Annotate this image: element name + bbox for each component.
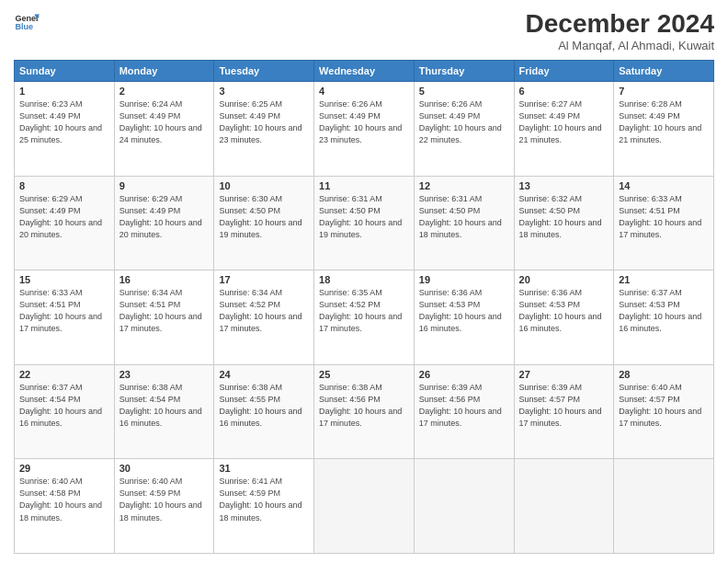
table-row: 18 Sunrise: 6:35 AMSunset: 4:52 PMDaylig…	[314, 270, 415, 365]
table-row: 14 Sunrise: 6:33 AMSunset: 4:51 PMDaylig…	[614, 176, 714, 270]
day-number: 1	[19, 86, 109, 97]
day-number: 3	[219, 86, 309, 97]
table-row: 29 Sunrise: 6:40 AMSunset: 4:58 PMDaylig…	[15, 459, 115, 554]
day-info: Sunrise: 6:29 AMSunset: 4:49 PMDaylight:…	[19, 194, 102, 239]
day-number: 26	[419, 369, 509, 380]
month-title: December 2024	[526, 9, 714, 39]
calendar-row: 29 Sunrise: 6:40 AMSunset: 4:58 PMDaylig…	[15, 459, 714, 554]
header-thursday: Thursday	[414, 61, 514, 82]
table-row: 7 Sunrise: 6:28 AMSunset: 4:49 PMDayligh…	[614, 82, 714, 177]
day-number: 11	[319, 180, 409, 191]
day-info: Sunrise: 6:40 AMSunset: 4:57 PMDaylight:…	[619, 383, 701, 428]
day-number: 7	[619, 86, 709, 97]
day-number: 23	[119, 369, 210, 380]
header-saturday: Saturday	[614, 61, 714, 82]
header-sunday: Sunday	[15, 61, 115, 82]
header-wednesday: Wednesday	[314, 61, 415, 82]
day-info: Sunrise: 6:32 AMSunset: 4:50 PMDaylight:…	[519, 194, 602, 239]
table-row: 10 Sunrise: 6:30 AMSunset: 4:50 PMDaylig…	[214, 176, 314, 270]
day-number: 30	[119, 463, 210, 474]
day-info: Sunrise: 6:37 AMSunset: 4:53 PMDaylight:…	[619, 288, 701, 333]
calendar-row: 15 Sunrise: 6:33 AMSunset: 4:51 PMDaylig…	[15, 270, 714, 365]
day-number: 21	[619, 274, 709, 285]
table-row: 11 Sunrise: 6:31 AMSunset: 4:50 PMDaylig…	[314, 176, 415, 270]
table-row: 30 Sunrise: 6:40 AMSunset: 4:59 PMDaylig…	[114, 459, 214, 554]
table-row: 2 Sunrise: 6:24 AMSunset: 4:49 PMDayligh…	[114, 82, 214, 177]
day-info: Sunrise: 6:26 AMSunset: 4:49 PMDaylight:…	[419, 99, 502, 144]
day-info: Sunrise: 6:40 AMSunset: 4:58 PMDaylight:…	[19, 477, 102, 522]
day-info: Sunrise: 6:40 AMSunset: 4:59 PMDaylight:…	[119, 477, 202, 522]
day-info: Sunrise: 6:27 AMSunset: 4:49 PMDaylight:…	[519, 99, 602, 144]
day-info: Sunrise: 6:24 AMSunset: 4:49 PMDaylight:…	[119, 99, 202, 144]
location: Al Manqaf, Al Ahmadi, Kuwait	[526, 39, 714, 52]
svg-text:Blue: Blue	[15, 22, 33, 31]
table-row: 28 Sunrise: 6:40 AMSunset: 4:57 PMDaylig…	[614, 364, 714, 459]
table-row: 26 Sunrise: 6:39 AMSunset: 4:56 PMDaylig…	[414, 364, 514, 459]
table-row: 3 Sunrise: 6:25 AMSunset: 4:49 PMDayligh…	[214, 82, 314, 177]
table-row: 31 Sunrise: 6:41 AMSunset: 4:59 PMDaylig…	[214, 459, 314, 554]
day-number: 27	[519, 369, 609, 380]
day-info: Sunrise: 6:25 AMSunset: 4:49 PMDaylight:…	[219, 99, 301, 144]
day-number: 2	[119, 86, 210, 97]
table-row	[314, 459, 415, 554]
day-number: 29	[19, 463, 109, 474]
table-row: 25 Sunrise: 6:38 AMSunset: 4:56 PMDaylig…	[314, 364, 415, 459]
day-number: 19	[419, 274, 509, 285]
day-number: 24	[219, 369, 309, 380]
day-info: Sunrise: 6:26 AMSunset: 4:49 PMDaylight:…	[319, 99, 402, 144]
title-block: December 2024 Al Manqaf, Al Ahmadi, Kuwa…	[526, 9, 714, 52]
day-info: Sunrise: 6:29 AMSunset: 4:49 PMDaylight:…	[119, 194, 202, 239]
day-info: Sunrise: 6:37 AMSunset: 4:54 PMDaylight:…	[19, 383, 102, 428]
day-info: Sunrise: 6:35 AMSunset: 4:52 PMDaylight:…	[319, 288, 402, 333]
header: General Blue December 2024 Al Manqaf, Al…	[14, 9, 714, 52]
day-number: 12	[419, 180, 509, 191]
day-info: Sunrise: 6:31 AMSunset: 4:50 PMDaylight:…	[419, 194, 502, 239]
table-row: 20 Sunrise: 6:36 AMSunset: 4:53 PMDaylig…	[514, 270, 614, 365]
table-row: 17 Sunrise: 6:34 AMSunset: 4:52 PMDaylig…	[214, 270, 314, 365]
table-row: 16 Sunrise: 6:34 AMSunset: 4:51 PMDaylig…	[114, 270, 214, 365]
day-number: 4	[319, 86, 409, 97]
table-row: 24 Sunrise: 6:38 AMSunset: 4:55 PMDaylig…	[214, 364, 314, 459]
day-number: 6	[519, 86, 609, 97]
header-friday: Friday	[514, 61, 614, 82]
table-row	[414, 459, 514, 554]
calendar-header-row: Sunday Monday Tuesday Wednesday Thursday…	[15, 61, 714, 82]
day-info: Sunrise: 6:38 AMSunset: 4:55 PMDaylight:…	[219, 383, 301, 428]
logo: General Blue	[14, 9, 40, 35]
day-info: Sunrise: 6:33 AMSunset: 4:51 PMDaylight:…	[19, 288, 102, 333]
table-row: 9 Sunrise: 6:29 AMSunset: 4:49 PMDayligh…	[114, 176, 214, 270]
day-number: 13	[519, 180, 609, 191]
table-row: 27 Sunrise: 6:39 AMSunset: 4:57 PMDaylig…	[514, 364, 614, 459]
table-row: 19 Sunrise: 6:36 AMSunset: 4:53 PMDaylig…	[414, 270, 514, 365]
table-row: 21 Sunrise: 6:37 AMSunset: 4:53 PMDaylig…	[614, 270, 714, 365]
calendar-table: Sunday Monday Tuesday Wednesday Thursday…	[14, 60, 714, 554]
day-info: Sunrise: 6:38 AMSunset: 4:56 PMDaylight:…	[319, 383, 402, 428]
header-monday: Monday	[114, 61, 214, 82]
day-number: 5	[419, 86, 509, 97]
table-row: 15 Sunrise: 6:33 AMSunset: 4:51 PMDaylig…	[15, 270, 115, 365]
day-info: Sunrise: 6:34 AMSunset: 4:51 PMDaylight:…	[119, 288, 202, 333]
day-info: Sunrise: 6:31 AMSunset: 4:50 PMDaylight:…	[319, 194, 402, 239]
table-row: 13 Sunrise: 6:32 AMSunset: 4:50 PMDaylig…	[514, 176, 614, 270]
day-number: 22	[19, 369, 109, 380]
day-info: Sunrise: 6:39 AMSunset: 4:56 PMDaylight:…	[419, 383, 502, 428]
day-number: 10	[219, 180, 309, 191]
calendar-row: 1 Sunrise: 6:23 AMSunset: 4:49 PMDayligh…	[15, 82, 714, 177]
table-row	[614, 459, 714, 554]
day-info: Sunrise: 6:39 AMSunset: 4:57 PMDaylight:…	[519, 383, 602, 428]
table-row: 22 Sunrise: 6:37 AMSunset: 4:54 PMDaylig…	[15, 364, 115, 459]
page: General Blue December 2024 Al Manqaf, Al…	[0, 0, 728, 563]
table-row: 5 Sunrise: 6:26 AMSunset: 4:49 PMDayligh…	[414, 82, 514, 177]
day-number: 8	[19, 180, 109, 191]
day-info: Sunrise: 6:23 AMSunset: 4:49 PMDaylight:…	[19, 99, 102, 144]
day-number: 20	[519, 274, 609, 285]
table-row: 4 Sunrise: 6:26 AMSunset: 4:49 PMDayligh…	[314, 82, 415, 177]
day-number: 17	[219, 274, 309, 285]
day-number: 18	[319, 274, 409, 285]
day-number: 16	[119, 274, 210, 285]
table-row: 6 Sunrise: 6:27 AMSunset: 4:49 PMDayligh…	[514, 82, 614, 177]
day-info: Sunrise: 6:28 AMSunset: 4:49 PMDaylight:…	[619, 99, 701, 144]
day-number: 31	[219, 463, 309, 474]
day-info: Sunrise: 6:38 AMSunset: 4:54 PMDaylight:…	[119, 383, 202, 428]
logo-icon: General Blue	[14, 9, 40, 35]
